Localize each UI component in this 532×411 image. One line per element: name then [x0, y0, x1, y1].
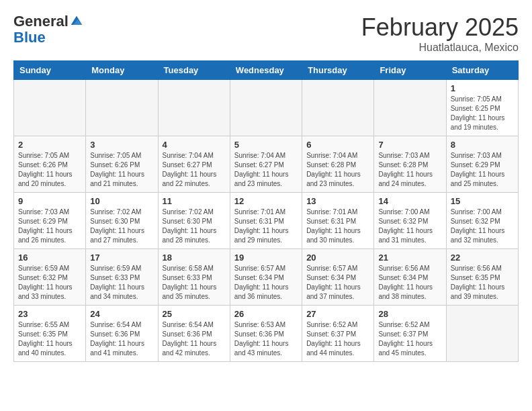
day-info: Sunrise: 7:03 AM Sunset: 6:29 PM Dayligh…: [451, 151, 514, 189]
month-title: February 2025: [361, 13, 519, 42]
calendar-cell: [374, 80, 446, 136]
logo-blue: Blue: [13, 30, 83, 46]
day-number: 13: [306, 196, 369, 206]
calendar-cell: 27Sunrise: 6:52 AM Sunset: 6:37 PM Dayli…: [302, 306, 374, 362]
day-info: Sunrise: 6:56 AM Sunset: 6:35 PM Dayligh…: [451, 264, 514, 302]
calendar-header-row: SundayMondayTuesdayWednesdayThursdayFrid…: [14, 61, 519, 80]
day-info: Sunrise: 7:01 AM Sunset: 6:31 PM Dayligh…: [306, 208, 369, 245]
day-info: Sunrise: 7:00 AM Sunset: 6:32 PM Dayligh…: [451, 208, 514, 245]
day-info: Sunrise: 7:03 AM Sunset: 6:28 PM Dayligh…: [378, 151, 441, 189]
day-info: Sunrise: 6:53 AM Sunset: 6:36 PM Dayligh…: [234, 320, 298, 358]
logo: General Blue: [13, 13, 83, 46]
day-number: 21: [378, 253, 441, 263]
calendar-cell: 13Sunrise: 7:01 AM Sunset: 6:31 PM Dayli…: [302, 193, 374, 249]
day-number: 18: [163, 253, 226, 263]
day-of-week-header: Sunday: [14, 61, 86, 80]
day-of-week-header: Thursday: [302, 61, 374, 80]
day-number: 26: [234, 309, 298, 319]
calendar-cell: [86, 80, 158, 136]
calendar-cell: 12Sunrise: 7:01 AM Sunset: 6:31 PM Dayli…: [230, 193, 302, 249]
calendar-cell: [230, 80, 302, 136]
calendar-cell: 26Sunrise: 6:53 AM Sunset: 6:36 PM Dayli…: [230, 306, 302, 362]
day-number: 11: [163, 196, 226, 206]
day-number: 17: [90, 253, 153, 263]
day-number: 19: [234, 253, 298, 263]
calendar: SundayMondayTuesdayWednesdayThursdayFrid…: [13, 60, 519, 362]
day-number: 14: [378, 196, 441, 206]
calendar-cell: 24Sunrise: 6:54 AM Sunset: 6:36 PM Dayli…: [86, 306, 158, 362]
calendar-week-row: 9Sunrise: 7:03 AM Sunset: 6:29 PM Daylig…: [14, 193, 519, 249]
day-of-week-header: Wednesday: [230, 61, 302, 80]
calendar-cell: 14Sunrise: 7:00 AM Sunset: 6:32 PM Dayli…: [374, 193, 446, 249]
day-info: Sunrise: 6:59 AM Sunset: 6:32 PM Dayligh…: [18, 264, 81, 302]
calendar-cell: 20Sunrise: 6:57 AM Sunset: 6:34 PM Dayli…: [302, 249, 374, 306]
calendar-cell: 5Sunrise: 7:04 AM Sunset: 6:27 PM Daylig…: [230, 136, 302, 193]
day-number: 22: [451, 253, 514, 263]
calendar-cell: 3Sunrise: 7:05 AM Sunset: 6:26 PM Daylig…: [86, 136, 158, 193]
title-block: February 2025 Huatlatlauca, Mexico: [361, 13, 519, 54]
logo-icon: [70, 15, 83, 28]
calendar-cell: 1Sunrise: 7:05 AM Sunset: 6:25 PM Daylig…: [446, 80, 518, 136]
calendar-week-row: 1Sunrise: 7:05 AM Sunset: 6:25 PM Daylig…: [14, 80, 519, 136]
day-number: 5: [234, 140, 298, 150]
calendar-cell: 21Sunrise: 6:56 AM Sunset: 6:34 PM Dayli…: [374, 249, 446, 306]
calendar-week-row: 23Sunrise: 6:55 AM Sunset: 6:35 PM Dayli…: [14, 306, 519, 362]
day-number: 12: [234, 196, 298, 206]
calendar-cell: 16Sunrise: 6:59 AM Sunset: 6:32 PM Dayli…: [14, 249, 86, 306]
day-info: Sunrise: 7:00 AM Sunset: 6:32 PM Dayligh…: [378, 208, 441, 245]
calendar-cell: 22Sunrise: 6:56 AM Sunset: 6:35 PM Dayli…: [446, 249, 518, 306]
day-number: 4: [163, 140, 226, 150]
calendar-cell: 10Sunrise: 7:02 AM Sunset: 6:30 PM Dayli…: [86, 193, 158, 249]
day-number: 8: [451, 140, 514, 150]
calendar-week-row: 2Sunrise: 7:05 AM Sunset: 6:26 PM Daylig…: [14, 136, 519, 193]
day-of-week-header: Friday: [374, 61, 446, 80]
day-number: 23: [18, 309, 81, 319]
calendar-cell: [302, 80, 374, 136]
day-info: Sunrise: 7:04 AM Sunset: 6:28 PM Dayligh…: [306, 151, 369, 189]
day-info: Sunrise: 7:02 AM Sunset: 6:30 PM Dayligh…: [163, 208, 226, 245]
day-info: Sunrise: 6:58 AM Sunset: 6:33 PM Dayligh…: [163, 264, 226, 302]
page-header: General Blue February 2025 Huatlatlauca,…: [13, 13, 519, 54]
day-number: 16: [18, 253, 81, 263]
day-number: 7: [378, 140, 441, 150]
calendar-cell: 17Sunrise: 6:59 AM Sunset: 6:33 PM Dayli…: [86, 249, 158, 306]
day-info: Sunrise: 6:59 AM Sunset: 6:33 PM Dayligh…: [90, 264, 153, 302]
day-info: Sunrise: 7:05 AM Sunset: 6:26 PM Dayligh…: [18, 151, 81, 189]
day-number: 27: [306, 309, 369, 319]
day-info: Sunrise: 7:04 AM Sunset: 6:27 PM Dayligh…: [163, 151, 226, 189]
day-info: Sunrise: 7:05 AM Sunset: 6:25 PM Dayligh…: [451, 95, 514, 132]
day-number: 2: [18, 140, 81, 150]
day-info: Sunrise: 6:54 AM Sunset: 6:36 PM Dayligh…: [163, 320, 226, 358]
day-number: 15: [451, 196, 514, 206]
day-number: 20: [306, 253, 369, 263]
calendar-cell: 18Sunrise: 6:58 AM Sunset: 6:33 PM Dayli…: [158, 249, 230, 306]
calendar-cell: 15Sunrise: 7:00 AM Sunset: 6:32 PM Dayli…: [446, 193, 518, 249]
day-info: Sunrise: 7:02 AM Sunset: 6:30 PM Dayligh…: [90, 208, 153, 245]
calendar-cell: [446, 306, 518, 362]
day-number: 24: [90, 309, 153, 319]
calendar-cell: [14, 80, 86, 136]
day-of-week-header: Monday: [86, 61, 158, 80]
day-number: 6: [306, 140, 369, 150]
day-number: 25: [163, 309, 226, 319]
day-number: 28: [378, 309, 441, 319]
location: Huatlatlauca, Mexico: [361, 42, 519, 54]
day-of-week-header: Saturday: [446, 61, 518, 80]
day-info: Sunrise: 6:56 AM Sunset: 6:34 PM Dayligh…: [378, 264, 441, 302]
day-info: Sunrise: 7:01 AM Sunset: 6:31 PM Dayligh…: [234, 208, 298, 245]
calendar-cell: 2Sunrise: 7:05 AM Sunset: 6:26 PM Daylig…: [14, 136, 86, 193]
calendar-week-row: 16Sunrise: 6:59 AM Sunset: 6:32 PM Dayli…: [14, 249, 519, 306]
logo-general: General: [13, 13, 69, 30]
calendar-cell: 23Sunrise: 6:55 AM Sunset: 6:35 PM Dayli…: [14, 306, 86, 362]
day-number: 10: [90, 196, 153, 206]
day-of-week-header: Tuesday: [158, 61, 230, 80]
calendar-cell: 25Sunrise: 6:54 AM Sunset: 6:36 PM Dayli…: [158, 306, 230, 362]
day-info: Sunrise: 6:54 AM Sunset: 6:36 PM Dayligh…: [90, 320, 153, 358]
calendar-cell: 28Sunrise: 6:52 AM Sunset: 6:37 PM Dayli…: [374, 306, 446, 362]
day-info: Sunrise: 6:52 AM Sunset: 6:37 PM Dayligh…: [378, 320, 441, 358]
calendar-cell: 9Sunrise: 7:03 AM Sunset: 6:29 PM Daylig…: [14, 193, 86, 249]
calendar-cell: 4Sunrise: 7:04 AM Sunset: 6:27 PM Daylig…: [158, 136, 230, 193]
day-info: Sunrise: 6:55 AM Sunset: 6:35 PM Dayligh…: [18, 320, 81, 358]
calendar-cell: [158, 80, 230, 136]
day-info: Sunrise: 7:03 AM Sunset: 6:29 PM Dayligh…: [18, 208, 81, 245]
